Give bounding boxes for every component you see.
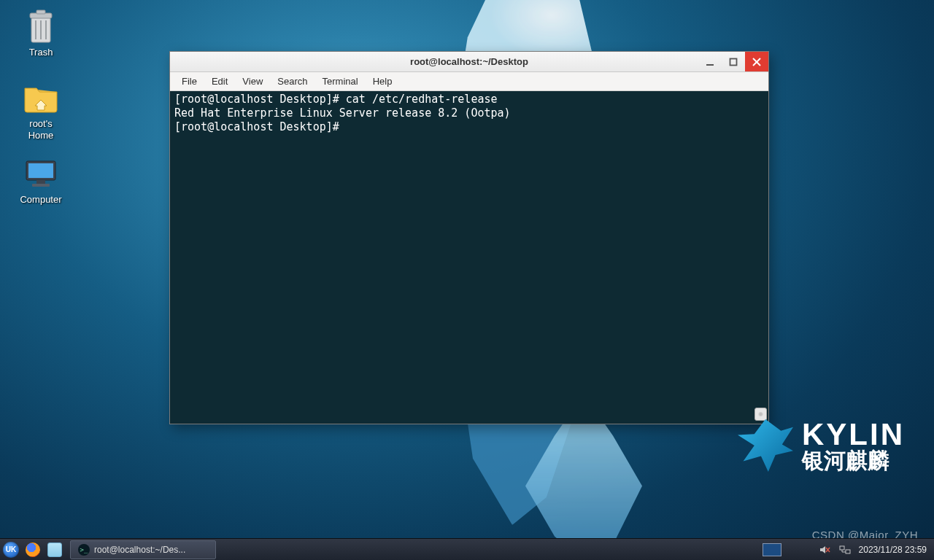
menu-file[interactable]: File bbox=[174, 74, 204, 89]
window-maximize-button[interactable] bbox=[722, 52, 745, 71]
file-manager-launcher[interactable] bbox=[44, 539, 66, 561]
brand-text-en: KYLIN bbox=[802, 419, 905, 450]
menubar: File Edit View Search Terminal Help bbox=[170, 72, 768, 91]
menu-edit[interactable]: Edit bbox=[204, 74, 235, 89]
menu-view[interactable]: View bbox=[235, 74, 270, 89]
desktop-icon-label: Trash bbox=[6, 47, 76, 58]
window-close-button[interactable] bbox=[745, 52, 768, 71]
svg-rect-2 bbox=[36, 10, 45, 14]
kylin-fox-icon bbox=[738, 419, 793, 472]
window-minimize-button[interactable] bbox=[698, 52, 722, 71]
terminal-body[interactable]: [root@localhost Desktop]# cat /etc/redha… bbox=[170, 91, 768, 424]
firefox-icon bbox=[26, 542, 40, 557]
network-icon bbox=[839, 544, 851, 556]
taskbar-item-terminal[interactable]: >_ root@localhost:~/Des... bbox=[70, 540, 216, 559]
terminal-line: Red Hat Enterprise Linux Server release … bbox=[174, 106, 764, 120]
desktop-icon-home[interactable]: root's Home bbox=[6, 80, 76, 142]
desktop-icon-label: root's Home bbox=[6, 118, 76, 142]
taskbar-item-label: root@localhost:~/Des... bbox=[94, 545, 185, 555]
network-tray-icon[interactable] bbox=[838, 543, 852, 556]
svg-rect-9 bbox=[32, 184, 50, 187]
file-manager-icon bbox=[47, 542, 62, 557]
workspace-switcher[interactable] bbox=[763, 543, 781, 556]
window-title: root@localhost:~/Desktop bbox=[170, 56, 768, 67]
menu-search[interactable]: Search bbox=[270, 74, 314, 89]
terminal-line: [root@localhost Desktop]# bbox=[174, 120, 764, 134]
terminal-icon: >_ bbox=[78, 544, 90, 556]
desktop-icon-label: Computer bbox=[6, 194, 76, 206]
svg-rect-17 bbox=[846, 550, 850, 553]
terminal-line: [root@localhost Desktop]# cat /etc/redha… bbox=[174, 93, 764, 106]
minimize-icon bbox=[706, 58, 714, 66]
svg-rect-16 bbox=[840, 546, 844, 550]
start-menu-button[interactable]: UK bbox=[0, 539, 22, 561]
brand-text-cn: 银河麒麟 bbox=[802, 450, 905, 472]
folder-home-icon bbox=[23, 82, 58, 113]
menu-help[interactable]: Help bbox=[366, 74, 400, 89]
trash-icon bbox=[26, 9, 56, 44]
svg-rect-7 bbox=[28, 163, 53, 178]
desktop-icon-trash[interactable]: Trash bbox=[6, 9, 76, 58]
maximize-icon bbox=[729, 58, 738, 66]
desktop: Trash root's Home Computer root@localhos… bbox=[0, 0, 934, 560]
volume-tray-icon[interactable] bbox=[818, 543, 831, 556]
terminal-window: root@localhost:~/Desktop File Edit bbox=[169, 51, 769, 424]
volume-muted-icon bbox=[819, 544, 830, 556]
taskbar-clock[interactable]: 2023/11/28 23:59 bbox=[859, 545, 927, 555]
start-menu-icon: UK bbox=[3, 542, 19, 558]
firefox-launcher[interactable] bbox=[22, 539, 44, 561]
brand-logo: KYLIN 银河麒麟 bbox=[738, 419, 905, 472]
svg-rect-11 bbox=[730, 58, 737, 65]
computer-icon bbox=[23, 158, 58, 189]
svg-rect-8 bbox=[36, 180, 45, 184]
taskbar: UK >_ root@localhost:~/Des... bbox=[0, 538, 934, 560]
menu-terminal[interactable]: Terminal bbox=[315, 74, 366, 89]
desktop-icon-computer[interactable]: Computer bbox=[6, 156, 76, 206]
window-titlebar[interactable]: root@localhost:~/Desktop bbox=[170, 52, 768, 72]
close-icon bbox=[752, 58, 761, 66]
